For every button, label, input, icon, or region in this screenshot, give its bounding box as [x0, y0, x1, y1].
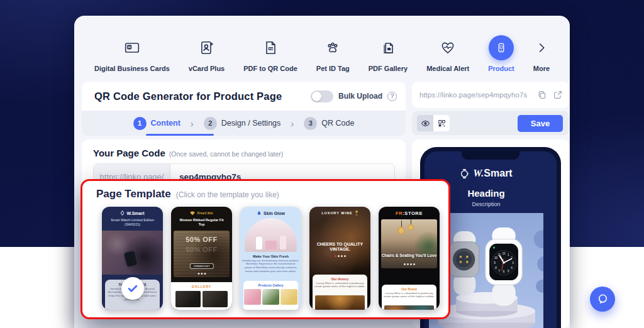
nav-item-product[interactable]: Product — [488, 35, 514, 72]
template-section-title: Products Gallery — [243, 283, 298, 287]
chevron-right-icon: › — [291, 118, 294, 129]
template-wine[interactable]: LUXURY WINE CHEERS TO QUALITY VINTAGE. O… — [309, 207, 370, 310]
carousel-dots — [404, 263, 415, 265]
nav-item-pdf-gallery[interactable]: PDF Gallery — [369, 35, 408, 72]
template-title: Women Ribbed Regular Fit Top — [177, 218, 226, 227]
nav-item-label: More — [533, 65, 550, 72]
bulk-upload-toggle[interactable] — [311, 90, 333, 102]
phone-notch — [462, 151, 519, 160]
svg-text:5: 5 — [508, 270, 509, 273]
nav-item-medical-alert[interactable]: Medical Alert — [426, 35, 469, 72]
step-number: 2 — [204, 117, 217, 130]
qr-code-icon — [438, 119, 446, 128]
template-description: Introducing our revolutionary skincare p… — [240, 259, 301, 273]
carousel-dots — [309, 255, 370, 257]
nav-item-pdf-to-qr[interactable]: PDF PDF to QR Code — [243, 35, 297, 72]
pendant-lamp — [397, 227, 405, 234]
page-code-note: (Once saved, cannot be changed later) — [169, 150, 284, 158]
svg-text:9: 9 — [494, 261, 496, 265]
promo-text-ghost: 50% OFF — [174, 246, 230, 253]
nav-item-pet-id-tag[interactable]: Pet ID Tag — [316, 35, 350, 72]
active-step-underline — [146, 134, 214, 136]
template-brand: Skin Glow — [264, 211, 285, 216]
nav-item-label: Digital Business Cards — [94, 65, 170, 72]
template-fashion[interactable]: TreeChic Women Ribbed Regular Fit Top 50… — [171, 207, 232, 310]
open-external-icon[interactable] — [553, 90, 563, 100]
bulk-upload-label: Bulk Upload — [338, 92, 382, 101]
step-label: Design / Settings — [221, 119, 281, 128]
help-icon[interactable]: ? — [387, 92, 397, 101]
promo-text: 50% OFF — [174, 236, 230, 243]
steps-bar: 1 Content › 2 Design / Settings › 3 QR C… — [82, 111, 406, 136]
pdf-file-icon: PDF — [262, 35, 279, 61]
product-device-icon — [489, 35, 514, 61]
page-title: QR Code Generator for Product Page — [94, 90, 282, 102]
nav-item-digital-business-cards[interactable]: Digital Business Cards — [94, 35, 170, 72]
drop-icon — [257, 210, 262, 216]
step-label: Content — [151, 119, 180, 128]
step-design-settings[interactable]: 2 Design / Settings — [204, 117, 281, 130]
template-smart-watch[interactable]: W.Smart Smart Watch Limited Edition (SW0… — [102, 207, 163, 310]
step-number: 1 — [133, 117, 147, 130]
watch-logo-icon — [460, 168, 469, 179]
template-product-photo — [102, 231, 163, 275]
nav-item-more[interactable]: More — [533, 35, 550, 72]
template-section-title: GALLERY — [171, 285, 232, 288]
page-template-panel: Page Template (Click on the template you… — [80, 179, 450, 319]
template-brand: W.Smart — [126, 211, 144, 216]
nav-item-label: PDF to QR Code — [243, 65, 297, 72]
paw-icon — [325, 35, 341, 61]
preview-eye-button[interactable] — [417, 115, 433, 131]
preview-toolbar: Save — [412, 111, 569, 135]
shop-photo — [384, 305, 434, 310]
wine-glass-icon — [355, 210, 358, 216]
svg-text:1: 1 — [508, 253, 509, 256]
chevron-right-icon — [535, 35, 548, 61]
qr-type-nav: Digital Business Cards vCard Plus PDF PD… — [74, 35, 570, 72]
svg-text:3: 3 — [512, 261, 514, 265]
gallery-images — [171, 291, 232, 307]
chat-support-button[interactable] — [590, 287, 615, 312]
template-brand: TreeChic — [197, 210, 214, 216]
template-product-photo: 50% OFF 50% OFF #RIBBEDKNIT — [174, 231, 230, 277]
template-title: Smart Watch Limited Edition (SW0021) — [107, 218, 158, 227]
svg-text:7: 7 — [499, 270, 501, 273]
selected-check-badge — [121, 277, 144, 300]
step-number: 3 — [304, 117, 317, 130]
preview-brand: W.Smart — [425, 168, 548, 179]
template-panel-title: Page Template — [96, 188, 171, 200]
svg-text:PDF: PDF — [269, 47, 274, 50]
template-furniture-store[interactable]: FR:STORE Chairs & Seating You'll Love Ou… — [379, 207, 440, 310]
copy-icon[interactable] — [537, 90, 547, 100]
promo-badge: #RIBBEDKNIT — [189, 263, 213, 269]
template-section-title: Our History — [313, 277, 367, 281]
template-thumbnails: W.Smart Smart Watch Limited Edition (SW0… — [102, 207, 440, 310]
template-section-text: Luxury Wine is committed to producing es… — [382, 292, 436, 298]
gallery-images — [243, 289, 298, 305]
template-brand: FR:STORE — [379, 210, 440, 216]
toggle-knob — [312, 92, 321, 101]
nav-item-label: PDF Gallery — [369, 65, 408, 72]
page-url-card: https://linko.page/sep4mpqyho7s — [412, 82, 569, 108]
pendant-lamp — [408, 224, 414, 231]
nav-item-vcard-plus[interactable]: vCard Plus — [189, 35, 225, 72]
eye-icon — [421, 119, 430, 128]
carousel-dots — [197, 273, 206, 275]
generator-header: QR Code Generator for Product Page Bulk … — [82, 82, 406, 111]
template-title: Chairs & Seating You'll Love — [381, 253, 437, 258]
step-content[interactable]: 1 Content — [133, 117, 180, 130]
preview-qr-button[interactable] — [433, 115, 450, 131]
step-qr-code[interactable]: 3 QR Code — [304, 117, 354, 130]
template-title: CHEERS TO QUALITY VINTAGE. — [313, 242, 367, 253]
business-card-icon — [124, 35, 140, 61]
save-button[interactable]: Save — [518, 115, 563, 132]
template-skincare[interactable]: Skin Glow Make Your Skin Fresh Introduci… — [240, 207, 301, 310]
medical-heart-icon — [440, 35, 456, 61]
pdf-gallery-icon — [380, 35, 396, 61]
diamond-icon — [190, 211, 195, 216]
check-icon — [126, 282, 139, 295]
template-section-title: Our Brand — [382, 287, 436, 291]
svg-text:10: 10 — [494, 256, 498, 260]
svg-text:6: 6 — [503, 270, 505, 273]
vcard-plus-icon — [199, 35, 215, 61]
